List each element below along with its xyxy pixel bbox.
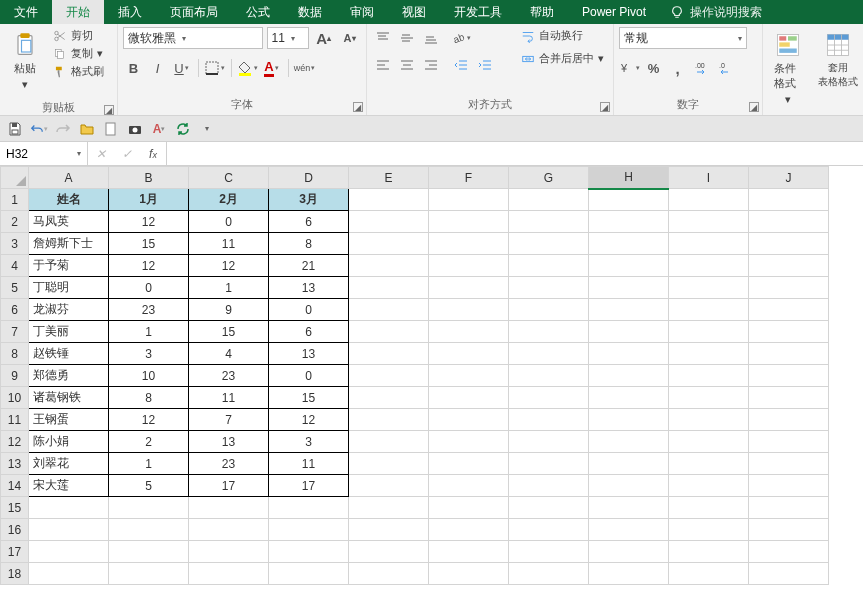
cell-B13[interactable]: 1 xyxy=(109,453,189,475)
align-left-button[interactable] xyxy=(372,54,394,76)
accounting-format-button[interactable]: ¥▾ xyxy=(619,57,641,79)
cell-A8[interactable]: 赵铁锤 xyxy=(29,343,109,365)
font-size-combo[interactable]: 11▾ xyxy=(267,27,309,49)
tab-数据[interactable]: 数据 xyxy=(284,0,336,24)
cell-F8[interactable] xyxy=(429,343,509,365)
row-header[interactable]: 3 xyxy=(1,233,29,255)
row-header[interactable]: 18 xyxy=(1,563,29,585)
cell-A4[interactable]: 于予菊 xyxy=(29,255,109,277)
select-all-corner[interactable] xyxy=(1,167,29,189)
cell-E18[interactable] xyxy=(349,563,429,585)
cell-B12[interactable]: 2 xyxy=(109,431,189,453)
cell-D16[interactable] xyxy=(269,519,349,541)
cell-A12[interactable]: 陈小娟 xyxy=(29,431,109,453)
column-header-C[interactable]: C xyxy=(189,167,269,189)
border-button[interactable]: ▾ xyxy=(204,57,226,79)
cell-D1[interactable]: 3月 xyxy=(269,189,349,211)
cell-C14[interactable]: 17 xyxy=(189,475,269,497)
cell-G16[interactable] xyxy=(509,519,589,541)
number-format-combo[interactable]: 常规▾ xyxy=(619,27,747,49)
cell-B3[interactable]: 15 xyxy=(109,233,189,255)
cell-F7[interactable] xyxy=(429,321,509,343)
cell-B16[interactable] xyxy=(109,519,189,541)
percent-style-button[interactable]: % xyxy=(643,57,665,79)
cell-H13[interactable] xyxy=(589,453,669,475)
cell-E8[interactable] xyxy=(349,343,429,365)
cell-E12[interactable] xyxy=(349,431,429,453)
cell-F3[interactable] xyxy=(429,233,509,255)
cell-I11[interactable] xyxy=(669,409,749,431)
cell-I1[interactable] xyxy=(669,189,749,211)
cell-J6[interactable] xyxy=(749,299,829,321)
cell-I14[interactable] xyxy=(669,475,749,497)
italic-button[interactable]: I xyxy=(147,57,169,79)
column-header-G[interactable]: G xyxy=(509,167,589,189)
cell-F10[interactable] xyxy=(429,387,509,409)
cell-G6[interactable] xyxy=(509,299,589,321)
cell-A11[interactable]: 王钢蛋 xyxy=(29,409,109,431)
cell-C13[interactable]: 23 xyxy=(189,453,269,475)
dialog-launcher-icon[interactable]: ◢ xyxy=(600,102,610,112)
cell-J14[interactable] xyxy=(749,475,829,497)
cell-D18[interactable] xyxy=(269,563,349,585)
cell-G2[interactable] xyxy=(509,211,589,233)
cell-B8[interactable]: 3 xyxy=(109,343,189,365)
column-header-H[interactable]: H xyxy=(589,167,669,189)
column-header-I[interactable]: I xyxy=(669,167,749,189)
cell-E4[interactable] xyxy=(349,255,429,277)
cut-button[interactable]: 剪切 xyxy=(49,27,108,44)
cell-D17[interactable] xyxy=(269,541,349,563)
qat-screenshot-button[interactable] xyxy=(126,120,144,138)
cell-I17[interactable] xyxy=(669,541,749,563)
cell-J7[interactable] xyxy=(749,321,829,343)
font-name-combo[interactable]: 微软雅黑▾ xyxy=(123,27,263,49)
cell-I7[interactable] xyxy=(669,321,749,343)
cell-A16[interactable] xyxy=(29,519,109,541)
cell-A15[interactable] xyxy=(29,497,109,519)
cell-F15[interactable] xyxy=(429,497,509,519)
cell-B2[interactable]: 12 xyxy=(109,211,189,233)
cell-B1[interactable]: 1月 xyxy=(109,189,189,211)
cell-F17[interactable] xyxy=(429,541,509,563)
cell-B6[interactable]: 23 xyxy=(109,299,189,321)
dialog-launcher-icon[interactable]: ◢ xyxy=(353,102,363,112)
cell-C4[interactable]: 12 xyxy=(189,255,269,277)
increase-font-button[interactable]: A▴ xyxy=(313,27,335,49)
tab-页面布局[interactable]: 页面布局 xyxy=(156,0,232,24)
cell-C1[interactable]: 2月 xyxy=(189,189,269,211)
cell-A7[interactable]: 丁美丽 xyxy=(29,321,109,343)
cell-J15[interactable] xyxy=(749,497,829,519)
cell-G18[interactable] xyxy=(509,563,589,585)
cell-H3[interactable] xyxy=(589,233,669,255)
cell-H15[interactable] xyxy=(589,497,669,519)
cell-H12[interactable] xyxy=(589,431,669,453)
cell-D9[interactable]: 0 xyxy=(269,365,349,387)
row-header[interactable]: 11 xyxy=(1,409,29,431)
row-header[interactable]: 17 xyxy=(1,541,29,563)
cell-J3[interactable] xyxy=(749,233,829,255)
cell-I5[interactable] xyxy=(669,277,749,299)
cell-E3[interactable] xyxy=(349,233,429,255)
tab-开始[interactable]: 开始 xyxy=(52,0,104,24)
copy-button[interactable]: 复制▾ xyxy=(49,45,108,62)
cell-E16[interactable] xyxy=(349,519,429,541)
cell-B5[interactable]: 0 xyxy=(109,277,189,299)
wrap-text-button[interactable]: 自动换行 xyxy=(517,27,608,44)
cell-C12[interactable]: 13 xyxy=(189,431,269,453)
row-header[interactable]: 6 xyxy=(1,299,29,321)
cell-D4[interactable]: 21 xyxy=(269,255,349,277)
align-middle-button[interactable] xyxy=(396,27,418,49)
cell-J16[interactable] xyxy=(749,519,829,541)
cell-H6[interactable] xyxy=(589,299,669,321)
align-top-button[interactable] xyxy=(372,27,394,49)
cell-G10[interactable] xyxy=(509,387,589,409)
name-box[interactable]: H32▾ xyxy=(0,142,88,165)
cell-G13[interactable] xyxy=(509,453,589,475)
cell-C9[interactable]: 23 xyxy=(189,365,269,387)
cell-A14[interactable]: 宋大莲 xyxy=(29,475,109,497)
cell-F11[interactable] xyxy=(429,409,509,431)
column-header-E[interactable]: E xyxy=(349,167,429,189)
cell-D6[interactable]: 0 xyxy=(269,299,349,321)
font-color-button[interactable]: A▾ xyxy=(261,57,283,79)
insert-function-button[interactable]: fx xyxy=(140,147,166,161)
